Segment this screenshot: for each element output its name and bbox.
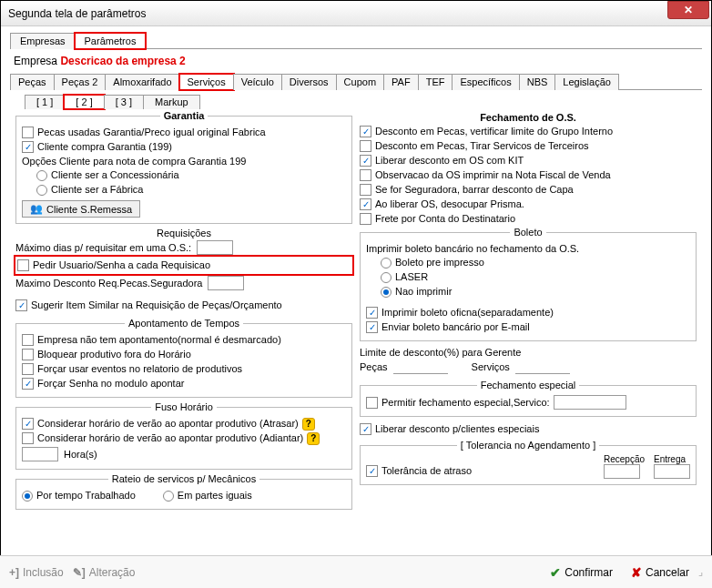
empresa-label: Empresa <box>14 55 57 67</box>
tab-veiculo[interactable]: Veículo <box>233 74 282 90</box>
plus-icon: +] <box>9 566 19 579</box>
chk-forcar-senha[interactable] <box>22 378 34 390</box>
tab-3[interactable]: [ 3 ] <box>104 95 144 109</box>
edit-icon: ✎] <box>73 566 86 579</box>
group-tolerancia: [ Tolerancia no Agendamento ] Tolerância… <box>360 440 697 485</box>
chk-nao-apont[interactable] <box>22 334 34 346</box>
help-icon[interactable]: ? <box>307 432 320 445</box>
chk-boleto-email[interactable] <box>366 321 378 333</box>
tab-nbs[interactable]: NBS <box>519 74 556 90</box>
tab-almoxarifado[interactable]: Almoxarifado <box>105 74 179 90</box>
tab-pecas[interactable]: Peças <box>10 74 55 90</box>
radio-concessionaria[interactable] <box>36 170 47 181</box>
tab-tef[interactable]: TEF <box>418 74 453 90</box>
window-title: Segunda tela de parâmetros <box>8 7 667 20</box>
input-limite-servicos[interactable] <box>515 360 570 374</box>
input-recepcao[interactable] <box>604 464 640 479</box>
top-tabs: Empresas Parâmetros <box>10 32 702 49</box>
label-limite-servicos: Serviços <box>472 361 510 372</box>
close-button[interactable]: ✕ <box>667 1 709 19</box>
chk-seguradora[interactable] <box>360 184 371 196</box>
btn-alteracao[interactable]: ✎]Alteração <box>73 566 136 579</box>
group-fech-especial: Fechamento especial Permitir fechamento … <box>360 380 697 417</box>
label-imprimir-boleto: Imprimir boleto bancário no fechamento d… <box>366 243 690 254</box>
group-apontamento: Apontamento de Tempos Empresa não tem ap… <box>15 318 352 398</box>
input-entrega[interactable] <box>654 464 690 479</box>
radio-boleto-nao[interactable] <box>381 287 392 298</box>
number-tabs: [ 1 ] [ 2 ] [ 3 ] Markup <box>25 94 702 108</box>
chk-sugerir-similar[interactable] <box>15 299 27 311</box>
empresa-line: Empresa Descricao da empresa 2 <box>10 49 702 71</box>
tab-legislacao[interactable]: Legislação <box>554 74 619 90</box>
input-max-desc[interactable] <box>208 276 244 290</box>
module-tabs: Peças Peças 2 Almoxarifado Serviços Veíc… <box>10 73 702 90</box>
chk-forcar-eventos[interactable] <box>22 363 34 375</box>
titlebar: Segunda tela de parâmetros ✕ <box>1 1 711 26</box>
chk-cliente-compra[interactable] <box>22 141 34 153</box>
btn-cliente-remessa[interactable]: 👥Cliente S.Remessa <box>22 200 140 218</box>
radio-boleto-pre[interactable] <box>381 258 392 269</box>
input-horas[interactable] <box>22 447 58 461</box>
tab-markup[interactable]: Markup <box>143 95 200 109</box>
group-garantia: Garantia Pecas usadas Garantia/Preco igu… <box>15 110 352 224</box>
legend-rateio: Rateio de servicos p/ Mecânicos <box>108 473 259 484</box>
chk-tolerancia-atraso[interactable] <box>366 465 378 477</box>
tab-paf[interactable]: PAF <box>383 74 419 90</box>
chk-pedir-usuario[interactable] <box>17 259 29 271</box>
radio-tempo[interactable] <box>22 491 33 502</box>
legend-apontamento: Apontamento de Tempos <box>125 318 243 329</box>
label-limite-desc: Limite de desconto(%) para Gerente <box>360 347 697 358</box>
chk-fuso-adiantar[interactable] <box>22 432 34 444</box>
tab-empresas[interactable]: Empresas <box>10 33 76 49</box>
chk-liberar-kit[interactable] <box>360 155 371 167</box>
chk-pecas-usadas[interactable] <box>22 127 34 138</box>
right-column: Fechamento de O.S. Desconto em Pecas, ve… <box>360 110 697 513</box>
empresa-desc: Descricao da empresa 2 <box>60 55 185 67</box>
tab-cupom[interactable]: Cupom <box>336 74 384 90</box>
legend-tolerancia: [ Tolerancia no Agendamento ] <box>457 440 599 451</box>
chk-permitir-esp[interactable] <box>366 397 378 409</box>
resize-grip-icon: ⌟ <box>698 566 703 578</box>
label-max-dias: Máximo dias p/ requisitar em uma O.S.: <box>15 242 191 253</box>
tab-diversos[interactable]: Diversos <box>281 74 337 90</box>
help-icon[interactable]: ? <box>302 418 315 431</box>
radio-partes[interactable] <box>163 491 174 502</box>
label-entrega: Entrega <box>654 454 690 464</box>
label-opcoes-cliente: Opções Cliente para nota de compra Garan… <box>22 156 346 167</box>
chk-desc-terc[interactable] <box>360 140 371 152</box>
tab-pecas2[interactable]: Peças 2 <box>54 74 107 90</box>
label-horas: Hora(s) <box>64 449 97 460</box>
btn-confirmar[interactable]: ✔Confirmar <box>550 565 613 580</box>
left-column: Garantia Pecas usadas Garantia/Preco igu… <box>15 110 352 513</box>
chk-fuso-atrasar[interactable] <box>22 418 34 430</box>
group-fuso: Fuso Horário Considerar horário de verão… <box>15 401 352 470</box>
input-max-dias[interactable] <box>197 240 233 255</box>
chk-obs[interactable] <box>360 169 371 181</box>
label-max-desc: Maximo Desconto Req.Pecas.Seguradora <box>15 278 202 289</box>
tab-2[interactable]: [ 2 ] <box>64 95 104 109</box>
input-limite-pecas[interactable] <box>393 360 448 374</box>
chk-liberar-especiais[interactable] <box>360 423 371 435</box>
chk-bloquear[interactable] <box>22 349 34 360</box>
tab-parametros[interactable]: Parâmetros <box>75 33 147 49</box>
person-icon: 👥 <box>30 203 43 215</box>
legend-fechamento: Fechamento de O.S. <box>360 112 697 123</box>
chk-desocupar[interactable] <box>360 198 371 210</box>
radio-fabrica[interactable] <box>36 185 47 196</box>
btn-cancelar[interactable]: ✘Cancelar <box>631 565 689 580</box>
tab-servicos[interactable]: Serviços <box>179 74 234 90</box>
legend-fech-esp: Fechamento especial <box>477 380 580 390</box>
input-servico-esp[interactable] <box>554 395 626 410</box>
group-boleto: Boleto Imprimir boleto bancário no fecha… <box>360 227 697 341</box>
tab-1[interactable]: [ 1 ] <box>25 95 65 109</box>
check-icon: ✔ <box>550 565 561 580</box>
chk-frete[interactable] <box>360 213 371 225</box>
legend-fuso: Fuso Horário <box>151 401 217 412</box>
btn-inclusao[interactable]: +]Inclusão <box>9 566 64 579</box>
radio-boleto-laser[interactable] <box>381 272 392 283</box>
chk-desc-pecas[interactable] <box>360 126 371 137</box>
chk-boleto-oficina[interactable] <box>366 307 378 319</box>
tab-especificos[interactable]: Específicos <box>452 74 519 90</box>
legend-requisicoes: Requisições <box>15 228 352 238</box>
legend-boleto: Boleto <box>510 227 545 238</box>
